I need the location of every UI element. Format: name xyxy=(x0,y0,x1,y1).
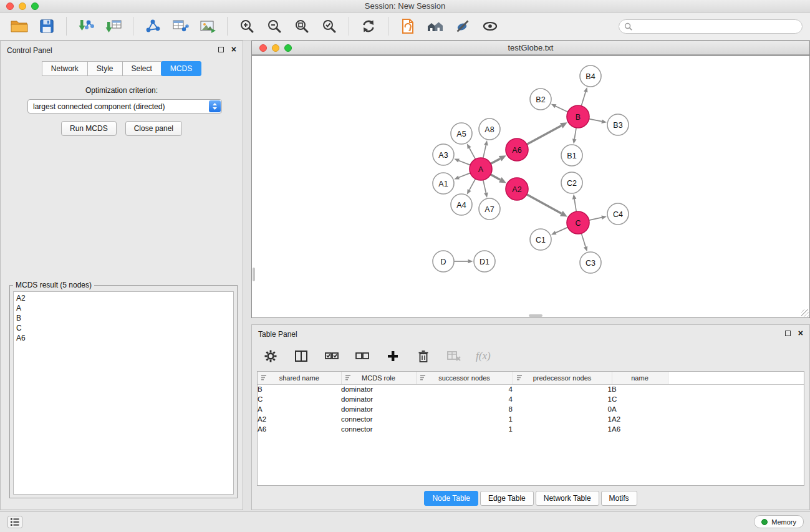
table-settings-button[interactable] xyxy=(262,347,279,365)
cell-name[interactable]: B xyxy=(612,384,668,394)
mcds-result-item[interactable]: A xyxy=(16,303,231,313)
graph-node-A8[interactable]: A8 xyxy=(479,118,500,140)
graph-node-A6[interactable]: A6 xyxy=(506,138,528,161)
open-session-button[interactable] xyxy=(7,14,31,38)
graph-node-B3[interactable]: B3 xyxy=(607,114,629,135)
zoom-selected-button[interactable] xyxy=(317,14,341,38)
column-header-successor-nodes[interactable]: successor nodes xyxy=(416,372,513,384)
cell-name[interactable]: A xyxy=(612,404,668,414)
tab-mcds[interactable]: MCDS xyxy=(161,61,201,76)
graph-node-A7[interactable]: A7 xyxy=(479,198,500,220)
table-row[interactable]: C dominator 4 1 C xyxy=(258,394,804,404)
zoom-window-button[interactable] xyxy=(31,2,39,10)
close-window-button[interactable] xyxy=(6,2,14,10)
zoom-network-window-button[interactable] xyxy=(284,44,292,52)
close-panel-button[interactable]: Close panel xyxy=(125,121,182,136)
graph-node-A2[interactable]: A2 xyxy=(506,178,528,200)
cell-mcds-role[interactable]: connector xyxy=(341,414,416,424)
minimize-network-window-button[interactable] xyxy=(272,44,279,52)
cell-mcds-role[interactable]: dominator xyxy=(341,384,416,394)
graph-node-D1[interactable]: D1 xyxy=(474,251,495,272)
export-image-button[interactable] xyxy=(196,14,219,38)
cell-successor-nodes[interactable]: 1 xyxy=(416,414,513,424)
cell-successor-nodes[interactable]: 8 xyxy=(416,404,513,414)
table-row[interactable]: B dominator 4 1 B xyxy=(258,384,804,394)
function-builder-button[interactable]: f(x) xyxy=(476,350,491,362)
search-field[interactable] xyxy=(619,19,803,34)
column-header-predecessor-nodes[interactable]: predecessor nodes xyxy=(513,372,612,384)
cell-predecessor-nodes[interactable]: 1 xyxy=(513,424,612,434)
table-row[interactable]: A6 connector 1 1 A6 xyxy=(258,424,804,434)
graph-edge-C-C2[interactable] xyxy=(574,199,576,211)
column-header-name[interactable]: name xyxy=(612,372,668,384)
cell-successor-nodes[interactable]: 4 xyxy=(416,394,513,404)
graph-node-B1[interactable]: B1 xyxy=(561,145,582,166)
tab-style[interactable]: Style xyxy=(87,61,123,76)
graph-node-A5[interactable]: A5 xyxy=(451,123,472,144)
import-table-button[interactable] xyxy=(102,14,125,38)
graph-node-A4[interactable]: A4 xyxy=(451,194,472,215)
cell-name[interactable]: A2 xyxy=(612,414,668,424)
refresh-button[interactable] xyxy=(357,14,380,38)
graph-edge-A-A7[interactable] xyxy=(483,180,486,193)
table-row[interactable]: A2 connector 1 1 A2 xyxy=(258,414,804,424)
deselect-all-button[interactable] xyxy=(354,347,371,365)
memory-button[interactable]: Memory xyxy=(754,515,804,528)
cell-shared-name[interactable]: B xyxy=(258,384,341,394)
cell-successor-nodes[interactable]: 1 xyxy=(416,424,513,434)
new-network-table-button[interactable] xyxy=(168,14,192,38)
close-panel-icon[interactable]: × xyxy=(231,44,236,54)
graph-node-D[interactable]: D xyxy=(433,251,454,272)
mcds-result-item[interactable]: B xyxy=(16,313,231,323)
tab-edge-table[interactable]: Edge Table xyxy=(480,491,534,506)
graph-edge-B-B1[interactable] xyxy=(574,128,576,139)
cell-name[interactable]: A6 xyxy=(612,424,668,434)
graph-edge-A-A4[interactable] xyxy=(470,179,476,190)
mcds-result-item[interactable]: A6 xyxy=(16,333,231,343)
graph-edge-B-B4[interactable] xyxy=(581,92,586,106)
column-header-shared-name[interactable]: shared name xyxy=(258,372,341,384)
graph-edge-C-C4[interactable] xyxy=(589,218,602,221)
network-canvas[interactable]: B4B2BB3A5A8A6A3B1AA1C2A2A4A7CC4C1C3DD1 xyxy=(252,55,809,317)
minimize-window-button[interactable] xyxy=(19,2,26,10)
graph-edge-B-B2[interactable] xyxy=(556,106,568,112)
zoom-in-button[interactable] xyxy=(235,14,259,38)
graph-edge-A-A5[interactable] xyxy=(470,148,476,159)
graph-edge-B-B3[interactable] xyxy=(589,119,602,122)
cell-shared-name[interactable]: A2 xyxy=(258,414,341,424)
cell-name[interactable]: C xyxy=(612,394,668,404)
graph-edge-A-A1[interactable] xyxy=(459,173,471,177)
add-column-button[interactable] xyxy=(384,347,402,365)
graph-edge-C-C1[interactable] xyxy=(556,227,567,233)
graph-node-C3[interactable]: C3 xyxy=(580,252,601,273)
graph-node-C1[interactable]: C1 xyxy=(530,229,551,250)
cell-predecessor-nodes[interactable]: 1 xyxy=(513,384,612,394)
graphics-details-button[interactable] xyxy=(451,14,475,38)
close-table-panel-icon[interactable]: × xyxy=(798,328,803,338)
tab-motifs[interactable]: Motifs xyxy=(601,491,637,506)
import-network-button[interactable] xyxy=(74,14,98,38)
show-columns-button[interactable] xyxy=(292,347,310,365)
save-session-button[interactable] xyxy=(35,14,59,38)
tab-network-table[interactable]: Network Table xyxy=(536,491,599,506)
annotation-button[interactable] xyxy=(396,14,420,38)
cell-mcds-role[interactable]: dominator xyxy=(341,404,416,414)
cell-mcds-role[interactable]: connector xyxy=(341,424,416,434)
cell-successor-nodes[interactable]: 4 xyxy=(416,384,513,394)
mcds-result-list[interactable]: A2 A B C A6 xyxy=(13,291,234,495)
graph-node-A3[interactable]: A3 xyxy=(433,144,454,165)
cell-predecessor-nodes[interactable]: 1 xyxy=(513,394,612,404)
mcds-result-item[interactable]: A2 xyxy=(16,293,231,303)
float-table-panel-icon[interactable] xyxy=(785,331,791,336)
run-mcds-button[interactable]: Run MCDS xyxy=(61,121,117,136)
horizontal-scrollbar-thumb[interactable] xyxy=(529,314,542,317)
graph-edge-A-A6[interactable] xyxy=(491,158,500,163)
graph-node-C[interactable]: C xyxy=(567,211,589,234)
task-history-button[interactable] xyxy=(7,516,22,528)
zoom-out-button[interactable] xyxy=(263,14,286,38)
criterion-dropdown[interactable]: largest connected component (directed) xyxy=(27,99,222,114)
graph-node-B2[interactable]: B2 xyxy=(530,89,551,110)
graph-node-C2[interactable]: C2 xyxy=(561,172,582,193)
tab-network[interactable]: Network xyxy=(42,61,88,76)
column-header-mcds-role[interactable]: MCDS role xyxy=(341,372,416,384)
